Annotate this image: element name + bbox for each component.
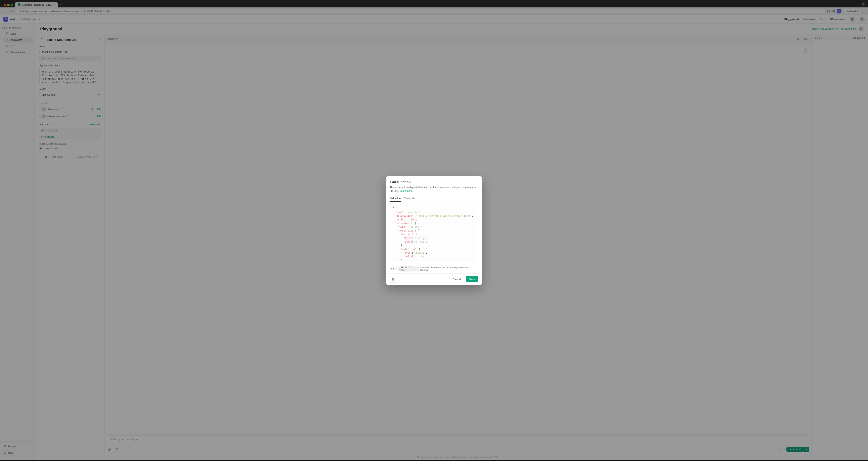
modal-footer: Cancel Save bbox=[386, 274, 482, 285]
strict-code: "strict": true bbox=[398, 266, 419, 272]
save-button[interactable]: Save bbox=[466, 276, 478, 282]
modal-tabs: Definition Examples bbox=[386, 195, 482, 202]
definition-tab[interactable]: Definition bbox=[390, 195, 401, 202]
examples-tab[interactable]: Examples bbox=[404, 195, 418, 202]
strict-notice-info-icon[interactable]: ⓘ bbox=[395, 267, 397, 270]
modal-title: Edit function bbox=[390, 180, 478, 184]
examples-chevron-icon bbox=[416, 197, 418, 199]
modal-overlay[interactable]: Edit function The model will intelligent… bbox=[0, 0, 868, 460]
delete-function-button[interactable] bbox=[390, 276, 396, 282]
modal-subtitle: The model will intelligently decide to c… bbox=[390, 185, 478, 193]
code-editor[interactable]: { "name": "transfer", "description": "Tr… bbox=[390, 204, 478, 260]
edit-function-modal: Edit function The model will intelligent… bbox=[386, 176, 482, 285]
modal-body: { "name": "transfer", "description": "Tr… bbox=[386, 204, 482, 264]
strict-notice: Add ⓘ "strict": true to ensure the model… bbox=[386, 264, 482, 274]
cancel-button[interactable]: Cancel bbox=[449, 276, 464, 282]
modal-header: Edit function The model will intelligent… bbox=[386, 176, 482, 195]
modal-learn-more-link[interactable]: Learn more. bbox=[400, 189, 413, 192]
trash-icon bbox=[392, 278, 395, 281]
